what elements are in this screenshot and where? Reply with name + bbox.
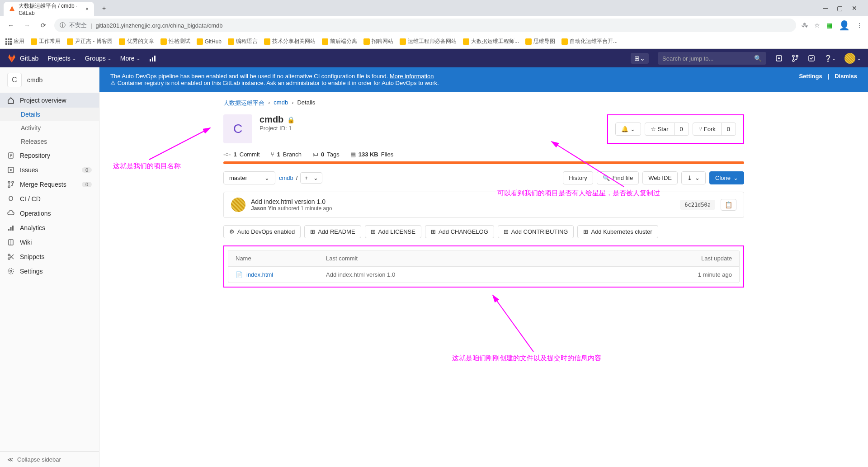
breadcrumb-group[interactable]: 大数据运维平台 <box>223 99 264 107</box>
nav-help-icon[interactable]: ❔⌄ <box>824 55 835 62</box>
sidebar-item-settings[interactable]: Settings <box>0 264 99 278</box>
file-name[interactable]: index.html <box>246 271 273 278</box>
nav-search[interactable]: 🔍 <box>658 52 766 65</box>
more-info-link[interactable]: More information <box>390 73 434 80</box>
url-input[interactable]: ⓘ 不安全 | gitlab201.yinzhengjie.org.cn/chi… <box>54 19 796 32</box>
close-window-icon[interactable]: ✕ <box>852 5 857 12</box>
banner-settings-link[interactable]: Settings <box>799 73 822 86</box>
bookmark-item[interactable]: 编程语言 <box>228 38 258 45</box>
browser-tab[interactable]: 大数据运维平台 / cmdb · GitLab × <box>4 2 94 16</box>
star-button[interactable]: ☆Star 0 <box>645 123 689 136</box>
nav-projects[interactable]: Projects⌄ <box>47 55 76 62</box>
history-button[interactable]: History <box>563 171 593 184</box>
sidebar-subitem-activity[interactable]: Activity <box>0 121 99 135</box>
branch-dropdown[interactable]: master⌄ <box>223 171 275 184</box>
nav-user-menu[interactable]: ⌄ <box>844 53 861 64</box>
new-tab-button[interactable]: + <box>98 2 110 14</box>
bookmark-item[interactable]: 自动化运维平台开... <box>561 38 618 45</box>
sidebar-item-merge[interactable]: Merge Requests 0 <box>0 177 99 192</box>
commit-title[interactable]: Add index.html version 1.0 <box>251 198 332 205</box>
search-input[interactable] <box>662 55 754 62</box>
bookmark-item[interactable]: 招聘网站 <box>363 38 393 45</box>
stat-files[interactable]: ▤133 KBFiles <box>350 151 394 158</box>
sidebar-item-analytics[interactable]: Analytics <box>0 221 99 235</box>
maximize-icon[interactable]: ▢ <box>837 5 843 12</box>
reload-button[interactable]: ⟳ <box>38 20 49 31</box>
bookmark-item[interactable]: 前后端分离 <box>322 38 357 45</box>
breadcrumb-project[interactable]: cmdb <box>274 99 288 107</box>
bookmark-item[interactable]: 性格测试 <box>160 38 190 45</box>
folder-icon <box>561 38 568 45</box>
stat-tags[interactable]: 🏷0Tags <box>312 151 340 158</box>
gear-icon: ⚙ <box>229 228 235 235</box>
sidebar-item-wiki[interactable]: Wiki <box>0 235 99 250</box>
bookmark-item[interactable]: 尹正杰 - 博客园 <box>67 38 113 45</box>
translate-icon[interactable]: ⁂ <box>802 22 808 29</box>
gitlab-logo-icon <box>7 54 16 63</box>
copy-sha-button[interactable]: 📋 <box>721 199 736 211</box>
sidebar-item-cicd[interactable]: CI / CD <box>0 192 99 206</box>
nav-issues-icon[interactable] <box>775 55 783 62</box>
search-icon: 🔍 <box>603 175 610 181</box>
nav-groups[interactable]: Groups⌄ <box>85 55 111 62</box>
sidebar-item-issues[interactable]: Issues 0 <box>0 163 99 177</box>
plus-icon: ⊞ <box>431 228 436 235</box>
stat-branches[interactable]: ⑂1Branch <box>271 151 302 158</box>
sidebar-item-repository[interactable]: Repository <box>0 148 99 163</box>
bookmark-apps[interactable]: 应用 <box>5 38 24 45</box>
rocket-icon <box>7 195 14 203</box>
svg-point-14 <box>12 181 14 183</box>
nav-plus-button[interactable]: ⊞ ⌄ <box>631 53 649 64</box>
auto-devops-button[interactable]: ⚙Auto DevOps enabled <box>223 225 301 238</box>
add-readme-button[interactable]: ⊞Add README <box>304 225 361 238</box>
add-license-button[interactable]: ⊞Add LICENSE <box>365 225 421 238</box>
sidebar-project-header[interactable]: C cmdb <box>0 67 99 93</box>
insecure-label: 不安全 <box>69 21 87 29</box>
nav-merge-icon[interactable] <box>792 55 799 62</box>
nav-activity-icon[interactable] <box>149 55 156 62</box>
forward-button[interactable]: → <box>22 20 33 31</box>
tabs-bar: 大数据运维平台 / cmdb · GitLab × + ─ ▢ ✕ <box>0 0 868 16</box>
nav-more[interactable]: More⌄ <box>120 55 140 62</box>
folder-icon <box>322 38 328 45</box>
stat-commits[interactable]: -○-1Commit <box>223 151 260 158</box>
nav-todos-icon[interactable] <box>808 55 815 62</box>
sidebar-subitem-details[interactable]: Details <box>0 108 99 121</box>
find-file-button[interactable]: 🔍Find file <box>597 171 639 184</box>
add-file-dropdown[interactable]: +⌄ <box>300 172 322 184</box>
bookmark-item[interactable]: 运维工程师必备网站 <box>400 38 457 45</box>
fork-button[interactable]: ⑂Fork 0 <box>693 123 736 136</box>
file-row[interactable]: 📄index.html Add index.html version 1.0 1… <box>228 267 739 283</box>
add-changelog-button[interactable]: ⊞Add CHANGELOG <box>425 225 494 238</box>
sidebar-item-overview[interactable]: Project overview <box>0 93 99 108</box>
bookmark-item[interactable]: 技术分享相关网站 <box>264 38 316 45</box>
add-contributing-button[interactable]: ⊞Add CONTRIBUTING <box>498 225 574 238</box>
bookmark-item[interactable]: GitHub <box>197 38 222 45</box>
minimize-icon[interactable]: ─ <box>823 5 828 12</box>
notification-dropdown[interactable]: 🔔⌄ <box>615 123 641 136</box>
repo-path-root[interactable]: cmdb <box>279 175 293 181</box>
sidebar-item-snippets[interactable]: Snippets <box>0 250 99 264</box>
bookmark-item[interactable]: 工作常用 <box>31 38 61 45</box>
tab-close-icon[interactable]: × <box>85 6 89 12</box>
bookmark-item[interactable]: 大数据运维工程师... <box>463 38 519 45</box>
bookmark-item[interactable]: 思维导图 <box>525 38 555 45</box>
gitlab-logo[interactable]: GitLab <box>7 54 38 63</box>
download-button[interactable]: ⤓⌄ <box>681 171 706 184</box>
profile-icon[interactable]: 👤 <box>839 20 850 31</box>
webide-button[interactable]: Web IDE <box>642 171 678 184</box>
banner-dismiss-link[interactable]: Dismiss <box>835 73 857 86</box>
svg-rect-15 <box>8 229 9 231</box>
sidebar-subitem-releases[interactable]: Releases <box>0 135 99 148</box>
menu-icon[interactable]: ⋮ <box>856 22 863 29</box>
clone-button[interactable]: Clone⌄ <box>709 171 744 184</box>
add-k8s-button[interactable]: ⊞Add Kubernetes cluster <box>577 225 658 238</box>
bookmark-item[interactable]: 优秀的文章 <box>119 38 154 45</box>
extension-icon[interactable]: ▦ <box>826 22 832 29</box>
svg-rect-17 <box>12 226 14 231</box>
back-button[interactable]: ← <box>5 20 16 31</box>
star-icon[interactable]: ☆ <box>814 22 820 29</box>
annotation-1: 这就是我们的项目名称 <box>113 162 181 170</box>
collapse-sidebar-button[interactable]: ≪ Collapse sidebar <box>0 451 99 467</box>
sidebar-item-operations[interactable]: Operations <box>0 206 99 221</box>
